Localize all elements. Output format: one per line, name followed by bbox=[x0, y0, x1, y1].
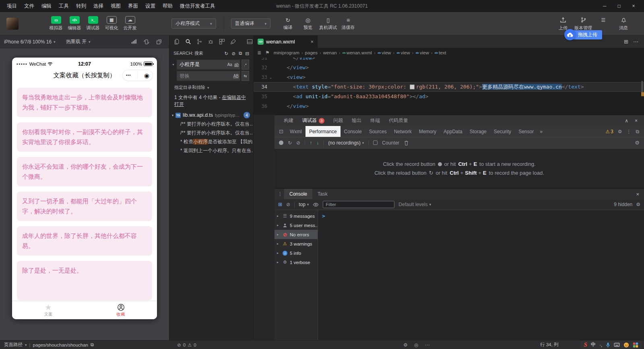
replace-all-icon[interactable]: ⇆ bbox=[242, 71, 249, 81]
collapse-all-icon[interactable]: ⊟ bbox=[245, 51, 249, 56]
toggle-replace-icon[interactable]: ▾ bbox=[171, 63, 175, 66]
editor-tab-wenan-wxml[interactable]: </> wenan.wxml × bbox=[254, 35, 318, 48]
quote-card[interactable]: 你别看我平时对你，一副漠不关心的样子，其实背地里说了你很多坏话。 bbox=[17, 122, 152, 152]
console-settings-icon[interactable]: ⚙ bbox=[636, 202, 640, 207]
search-result[interactable]: /** 要打开的小程序版本。仅在当… bbox=[169, 128, 253, 137]
code-line-33[interactable]: 33⌄<view> bbox=[254, 72, 644, 82]
debugger-tab-构建[interactable]: 构建 bbox=[279, 115, 298, 126]
whole-word-icon[interactable]: ab bbox=[234, 62, 239, 67]
detach-window-icon[interactable] bbox=[156, 39, 162, 45]
devtools-tab-security[interactable]: Security bbox=[490, 126, 515, 137]
copy-path-icon[interactable]: ⧉ bbox=[91, 342, 94, 347]
clear-console-icon[interactable]: ⊘ bbox=[286, 202, 290, 207]
menu-item-微信开发者工具[interactable]: 微信开发者工具 bbox=[176, 0, 219, 12]
drag-upload-icon[interactable] bbox=[564, 29, 576, 40]
search-result[interactable]: * 检查小程序是否被添加至 【我的… bbox=[169, 137, 253, 146]
menu-item-项目[interactable]: 项目 bbox=[3, 0, 21, 12]
device-select[interactable]: iPhone 6/7/8 100% 16 ▾ bbox=[4, 39, 56, 45]
eye-icon[interactable] bbox=[313, 202, 319, 207]
save-profile-button[interactable]: ↓ bbox=[316, 140, 319, 146]
regex-icon[interactable]: .* bbox=[242, 60, 249, 70]
more-icon[interactable]: ••• bbox=[126, 73, 131, 77]
debugger-tab-输出[interactable]: 输出 bbox=[347, 115, 366, 126]
console-filter-3-warnings[interactable]: ▸⚠3 warnings bbox=[275, 239, 318, 248]
bookmark-icon[interactable]: ⚑ bbox=[265, 50, 270, 56]
search-file-row[interactable]: ▾ TS lib.wx.api.d.ts typings\types\... 4 bbox=[169, 111, 253, 120]
chevron-right-icon[interactable]: ▸ bbox=[277, 223, 280, 227]
recordings-select[interactable]: (no recordings) ▾ bbox=[328, 140, 364, 146]
chevron-down-icon[interactable]: ▾ bbox=[172, 114, 173, 117]
cursor-position-label[interactable]: 行 34, 列 bbox=[540, 342, 558, 348]
match-case-icon[interactable]: Aa bbox=[227, 62, 232, 67]
hot-reload-toggle[interactable]: 热重载 开 ▾ bbox=[66, 38, 91, 45]
breadcrumb-item-view[interactable]: <>view bbox=[378, 50, 391, 55]
message-button[interactable]: 消息 bbox=[613, 17, 634, 31]
target-icon[interactable]: ◉ bbox=[144, 72, 149, 78]
debugger-tab-终端[interactable]: 终端 bbox=[366, 115, 384, 126]
console-prompt-icon[interactable]: > bbox=[322, 213, 325, 219]
debugger-tab-代码质量[interactable]: 代码质量 bbox=[384, 115, 413, 126]
color-swatch[interactable] bbox=[410, 85, 414, 89]
chevron-right-icon[interactable]: ▸ bbox=[277, 233, 280, 236]
tab-收藏[interactable]: 收藏 bbox=[85, 301, 157, 319]
editor-button[interactable]: </>编辑器 bbox=[65, 16, 84, 31]
avatar[interactable] bbox=[6, 18, 19, 30]
close-console-icon[interactable]: × bbox=[636, 191, 641, 197]
quote-card[interactable]: 除了是处，一无是处。 bbox=[17, 261, 152, 300]
maximize-button[interactable]: □ bbox=[612, 0, 626, 12]
dock-side-icon[interactable]: ⧉ bbox=[636, 129, 639, 134]
search-result[interactable]: * 返回到上一个小程序。只有在当… bbox=[169, 146, 253, 155]
page-path-label[interactable]: 页面路径 bbox=[4, 342, 23, 348]
statusbar-more-icon[interactable]: ⋯ bbox=[425, 342, 429, 348]
menu-item-设置[interactable]: 设置 bbox=[142, 0, 159, 12]
devtools-warning-badge[interactable]: ⚠ 3 bbox=[605, 129, 613, 134]
remote-debug-button[interactable]: ▯真机调试 bbox=[318, 17, 338, 31]
split-editor-icon[interactable]: ⊞ bbox=[624, 39, 628, 45]
delete-recording-icon[interactable] bbox=[404, 140, 409, 146]
code-line-32[interactable]: 32</view> bbox=[254, 63, 644, 72]
console-output[interactable]: > bbox=[318, 210, 644, 340]
extensions-icon[interactable] bbox=[219, 39, 225, 45]
menu-item-帮助[interactable]: 帮助 bbox=[159, 0, 176, 12]
statusbar-settings-icon[interactable]: ⚙ bbox=[403, 342, 408, 348]
devtools-tab-storage[interactable]: Storage bbox=[466, 126, 490, 137]
close-tab-icon[interactable]: × bbox=[310, 39, 314, 45]
breadcrumb-item-text[interactable]: <>text bbox=[435, 50, 446, 55]
console-tab-console[interactable]: Console bbox=[284, 189, 312, 199]
breadcrumb-item-pages[interactable]: pages bbox=[305, 50, 318, 55]
close-panel-icon[interactable]: × bbox=[635, 118, 638, 124]
chevron-right-icon[interactable]: ▸ bbox=[277, 214, 280, 218]
menu-item-工具[interactable]: 工具 bbox=[55, 0, 72, 12]
record-button[interactable] bbox=[279, 140, 283, 145]
statusbar-preview-icon[interactable]: ◎ bbox=[414, 342, 418, 348]
preserve-case-icon[interactable]: AB bbox=[233, 74, 239, 78]
tabs-overflow-icon[interactable]: » bbox=[537, 129, 545, 134]
debugger-button[interactable]: >_调试器 bbox=[84, 16, 102, 31]
breadcrumb-item-wenan.wxml[interactable]: <>wenan.wxml bbox=[343, 50, 372, 55]
devtools-tab-memory[interactable]: Memory bbox=[415, 126, 440, 137]
code-line-35[interactable]: 35<ad unit-id="adunit-8aa233a104548f80">… bbox=[254, 92, 644, 101]
code-line-34[interactable]: 34<text style="font-size: 30rpx;color: r… bbox=[254, 82, 644, 92]
debugger-tab-调试器[interactable]: 调试器3 bbox=[298, 115, 329, 126]
open-in-editor-icon[interactable]: ⧉ bbox=[239, 51, 242, 56]
problems-status[interactable]: ⊘ 0 ⚠ 0 bbox=[177, 342, 196, 348]
devtools-tab-appdata[interactable]: AppData bbox=[440, 126, 466, 137]
rotate-device-icon[interactable] bbox=[144, 39, 149, 45]
mode-select[interactable]: 小程序模式 ▾ bbox=[171, 19, 216, 29]
cloud-dev-button[interactable]: ☁云开发 bbox=[121, 16, 139, 31]
ime-language-toggle[interactable]: 中 bbox=[591, 341, 596, 348]
devtools-more-icon[interactable]: ⋮ bbox=[626, 129, 631, 134]
breadcrumb-item-miniprogram[interactable]: miniprogram bbox=[274, 50, 299, 55]
search-result[interactable]: /** 要打开的小程序版本。仅在当… bbox=[169, 120, 253, 128]
console-menu-icon[interactable]: ⋮ bbox=[278, 191, 283, 197]
explorer-icon[interactable] bbox=[174, 39, 180, 45]
console-filter-no-errors[interactable]: ▸⊘No errors bbox=[275, 230, 318, 239]
breadcrumb-item-wenan[interactable]: wenan bbox=[323, 50, 337, 55]
console-filter-5-user-mess-[interactable]: ▸5 user mess... bbox=[275, 221, 318, 230]
quote-card[interactable]: 每当我勇敢地走出一步，上帝就会及时慷慨地为我，铺好下一步下坡路。 bbox=[17, 88, 152, 117]
ime-toolbox-icon[interactable] bbox=[633, 342, 638, 348]
refresh-results-icon[interactable]: ↻ bbox=[225, 51, 229, 56]
breadcrumb-item-view[interactable]: <>view bbox=[415, 50, 429, 55]
preview-button[interactable]: ◎预览 bbox=[298, 17, 318, 31]
drag-upload-widget[interactable]: 拖拽上传 bbox=[564, 29, 602, 40]
